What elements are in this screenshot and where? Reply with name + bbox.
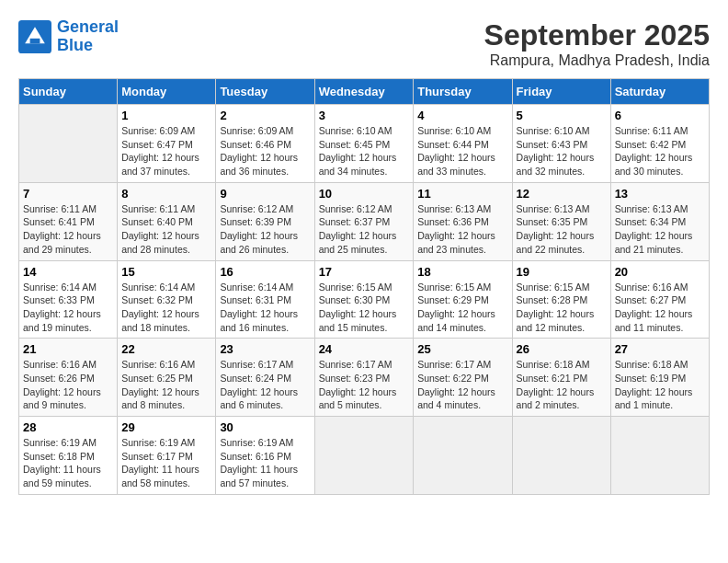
- day-info: Sunrise: 6:19 AM Sunset: 6:17 PM Dayligh…: [121, 436, 211, 490]
- day-info: Sunrise: 6:09 AM Sunset: 6:46 PM Dayligh…: [220, 124, 310, 178]
- calendar-cell: 1Sunrise: 6:09 AM Sunset: 6:47 PM Daylig…: [118, 105, 216, 183]
- calendar-cell: 5Sunrise: 6:10 AM Sunset: 6:43 PM Daylig…: [512, 105, 610, 183]
- day-info: Sunrise: 6:15 AM Sunset: 6:29 PM Dayligh…: [417, 281, 507, 335]
- calendar-cell: 3Sunrise: 6:10 AM Sunset: 6:45 PM Daylig…: [314, 105, 414, 183]
- calendar-cell: 30Sunrise: 6:19 AM Sunset: 6:16 PM Dayli…: [216, 417, 314, 495]
- day-number: 5: [517, 109, 607, 122]
- day-info: Sunrise: 6:10 AM Sunset: 6:45 PM Dayligh…: [319, 124, 410, 178]
- calendar-cell: 23Sunrise: 6:17 AM Sunset: 6:24 PM Dayli…: [216, 339, 314, 417]
- day-number: 3: [319, 109, 410, 122]
- day-info: Sunrise: 6:11 AM Sunset: 6:40 PM Dayligh…: [121, 202, 211, 257]
- calendar-cell: 22Sunrise: 6:16 AM Sunset: 6:25 PM Dayli…: [118, 339, 216, 417]
- day-info: Sunrise: 6:16 AM Sunset: 6:26 PM Dayligh…: [23, 358, 113, 412]
- day-info: Sunrise: 6:18 AM Sunset: 6:21 PM Dayligh…: [517, 358, 607, 412]
- day-info: Sunrise: 6:13 AM Sunset: 6:34 PM Dayligh…: [615, 202, 705, 257]
- day-number: 2: [220, 109, 310, 122]
- col-header-sunday: Sunday: [19, 79, 118, 105]
- day-info: Sunrise: 6:16 AM Sunset: 6:25 PM Dayligh…: [121, 358, 211, 412]
- day-info: Sunrise: 6:18 AM Sunset: 6:19 PM Dayligh…: [615, 358, 705, 412]
- calendar-cell: [19, 105, 118, 183]
- day-number: 12: [517, 187, 607, 201]
- day-number: 15: [121, 265, 211, 279]
- day-info: Sunrise: 6:17 AM Sunset: 6:22 PM Dayligh…: [417, 358, 507, 412]
- day-info: Sunrise: 6:17 AM Sunset: 6:24 PM Dayligh…: [220, 358, 310, 412]
- day-number: 11: [417, 187, 507, 201]
- day-number: 13: [615, 187, 705, 201]
- logo-icon: [18, 20, 51, 53]
- calendar-cell: 25Sunrise: 6:17 AM Sunset: 6:22 PM Dayli…: [414, 339, 512, 417]
- day-info: Sunrise: 6:17 AM Sunset: 6:23 PM Dayligh…: [319, 358, 410, 412]
- calendar-table: SundayMondayTuesdayWednesdayThursdayFrid…: [18, 78, 710, 495]
- day-number: 9: [220, 187, 310, 201]
- day-info: Sunrise: 6:16 AM Sunset: 6:27 PM Dayligh…: [615, 281, 705, 335]
- calendar-cell: 7Sunrise: 6:11 AM Sunset: 6:41 PM Daylig…: [19, 182, 118, 260]
- calendar-week-2: 7Sunrise: 6:11 AM Sunset: 6:41 PM Daylig…: [19, 182, 710, 260]
- calendar-cell: 13Sunrise: 6:13 AM Sunset: 6:34 PM Dayli…: [610, 182, 709, 260]
- calendar-week-5: 28Sunrise: 6:19 AM Sunset: 6:18 PM Dayli…: [19, 417, 710, 495]
- calendar-cell: 10Sunrise: 6:12 AM Sunset: 6:37 PM Dayli…: [314, 182, 414, 260]
- day-info: Sunrise: 6:12 AM Sunset: 6:39 PM Dayligh…: [220, 202, 310, 257]
- month-title: September 2025: [484, 18, 710, 52]
- col-header-thursday: Thursday: [414, 79, 512, 105]
- col-header-friday: Friday: [512, 79, 610, 105]
- day-number: 22: [121, 342, 211, 356]
- day-number: 6: [615, 109, 705, 122]
- day-number: 28: [23, 420, 113, 434]
- day-number: 25: [417, 342, 507, 356]
- day-info: Sunrise: 6:10 AM Sunset: 6:43 PM Dayligh…: [517, 124, 607, 178]
- day-number: 23: [220, 342, 310, 356]
- calendar-cell: [314, 417, 414, 495]
- calendar-cell: 2Sunrise: 6:09 AM Sunset: 6:46 PM Daylig…: [216, 105, 314, 183]
- calendar-cell: 14Sunrise: 6:14 AM Sunset: 6:33 PM Dayli…: [19, 260, 118, 339]
- calendar-cell: 6Sunrise: 6:11 AM Sunset: 6:42 PM Daylig…: [610, 105, 709, 183]
- calendar-cell: 12Sunrise: 6:13 AM Sunset: 6:35 PM Dayli…: [512, 182, 610, 260]
- day-number: 26: [517, 342, 607, 356]
- day-number: 16: [220, 265, 310, 279]
- calendar-week-3: 14Sunrise: 6:14 AM Sunset: 6:33 PM Dayli…: [19, 260, 710, 339]
- calendar-cell: 26Sunrise: 6:18 AM Sunset: 6:21 PM Dayli…: [512, 339, 610, 417]
- calendar-week-4: 21Sunrise: 6:16 AM Sunset: 6:26 PM Dayli…: [19, 339, 710, 417]
- calendar-cell: 28Sunrise: 6:19 AM Sunset: 6:18 PM Dayli…: [19, 417, 118, 495]
- calendar-cell: 9Sunrise: 6:12 AM Sunset: 6:39 PM Daylig…: [216, 182, 314, 260]
- calendar-cell: [512, 417, 610, 495]
- calendar-cell: [610, 417, 709, 495]
- day-info: Sunrise: 6:14 AM Sunset: 6:31 PM Dayligh…: [220, 281, 310, 335]
- col-header-tuesday: Tuesday: [216, 79, 314, 105]
- day-number: 27: [615, 342, 705, 356]
- day-number: 30: [220, 420, 310, 434]
- day-info: Sunrise: 6:13 AM Sunset: 6:36 PM Dayligh…: [417, 202, 507, 257]
- logo: General Blue: [18, 18, 119, 55]
- day-info: Sunrise: 6:19 AM Sunset: 6:18 PM Dayligh…: [23, 436, 113, 490]
- calendar-cell: 8Sunrise: 6:11 AM Sunset: 6:40 PM Daylig…: [118, 182, 216, 260]
- calendar-cell: 17Sunrise: 6:15 AM Sunset: 6:30 PM Dayli…: [314, 260, 414, 339]
- day-number: 17: [319, 265, 410, 279]
- calendar-cell: 4Sunrise: 6:10 AM Sunset: 6:44 PM Daylig…: [414, 105, 512, 183]
- calendar-cell: 24Sunrise: 6:17 AM Sunset: 6:23 PM Dayli…: [314, 339, 414, 417]
- day-number: 8: [121, 187, 211, 201]
- logo-text: General Blue: [57, 18, 119, 55]
- day-number: 21: [23, 342, 113, 356]
- day-info: Sunrise: 6:12 AM Sunset: 6:37 PM Dayligh…: [319, 202, 410, 257]
- day-number: 24: [319, 342, 410, 356]
- day-info: Sunrise: 6:09 AM Sunset: 6:47 PM Dayligh…: [121, 124, 211, 178]
- day-info: Sunrise: 6:14 AM Sunset: 6:32 PM Dayligh…: [121, 281, 211, 335]
- day-info: Sunrise: 6:15 AM Sunset: 6:28 PM Dayligh…: [517, 281, 607, 335]
- calendar-cell: 15Sunrise: 6:14 AM Sunset: 6:32 PM Dayli…: [118, 260, 216, 339]
- day-number: 18: [417, 265, 507, 279]
- title-area: September 2025 Rampura, Madhya Pradesh, …: [484, 18, 710, 69]
- col-header-monday: Monday: [118, 79, 216, 105]
- day-number: 14: [23, 265, 113, 279]
- logo-line2: Blue: [57, 36, 93, 54]
- calendar-cell: 20Sunrise: 6:16 AM Sunset: 6:27 PM Dayli…: [610, 260, 709, 339]
- day-number: 29: [121, 420, 211, 434]
- day-number: 20: [615, 265, 705, 279]
- day-info: Sunrise: 6:14 AM Sunset: 6:33 PM Dayligh…: [23, 281, 113, 335]
- day-number: 19: [517, 265, 607, 279]
- calendar-cell: 11Sunrise: 6:13 AM Sunset: 6:36 PM Dayli…: [414, 182, 512, 260]
- day-info: Sunrise: 6:15 AM Sunset: 6:30 PM Dayligh…: [319, 281, 410, 335]
- day-number: 10: [319, 187, 410, 201]
- day-info: Sunrise: 6:13 AM Sunset: 6:35 PM Dayligh…: [517, 202, 607, 257]
- calendar-week-1: 1Sunrise: 6:09 AM Sunset: 6:47 PM Daylig…: [19, 105, 710, 183]
- day-number: 4: [417, 109, 507, 122]
- calendar-cell: 27Sunrise: 6:18 AM Sunset: 6:19 PM Dayli…: [610, 339, 709, 417]
